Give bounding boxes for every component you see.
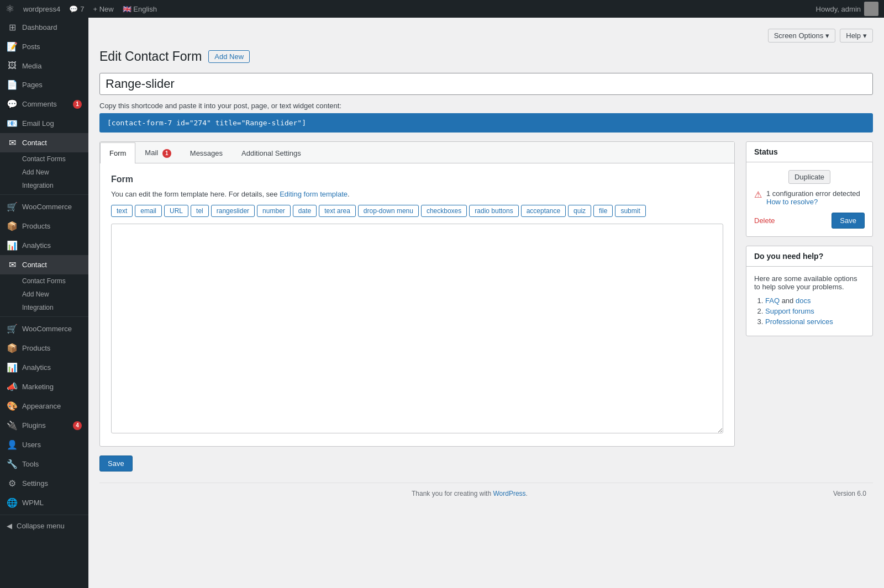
side-column: Status Duplicate ⚠ 1 configuration error… — [746, 141, 873, 472]
sidebar-item-posts[interactable]: 📝 Posts — [0, 37, 88, 56]
sidebar: ⊞ Dashboard 📝 Posts 🖼 Media 📄 Pages 💬 Co… — [0, 18, 88, 588]
tag-btn-email[interactable]: email — [135, 205, 162, 217]
add-new-button[interactable]: Add New — [208, 50, 250, 63]
avatar[interactable] — [864, 2, 878, 16]
tab-messages[interactable]: Messages — [181, 142, 232, 163]
tab-additional-settings[interactable]: Additional Settings — [232, 142, 311, 163]
site-name[interactable]: wordpress4 — [23, 5, 60, 13]
form-name-input[interactable] — [99, 73, 873, 95]
divider-3 — [0, 515, 88, 515]
tag-btn-submit[interactable]: submit — [615, 205, 645, 217]
mail-error-badge: 1 — [162, 149, 171, 158]
sidebar-item-integration[interactable]: Integration — [0, 179, 88, 192]
sidebar-item-wpml[interactable]: 🌐 WPML — [0, 493, 88, 512]
sidebar-item-products2[interactable]: 📦 Products — [0, 338, 88, 358]
sidebar-item-analytics[interactable]: 📊 Analytics — [0, 236, 88, 255]
tag-btn-radio[interactable]: radio buttons — [469, 205, 518, 217]
comments-badge: 1 — [73, 100, 82, 109]
sidebar-item-add-new[interactable]: Add New — [0, 166, 88, 179]
sidebar-item-dashboard[interactable]: ⊞ Dashboard — [0, 18, 88, 37]
sidebar-item-label: Contact — [22, 139, 47, 147]
delete-link[interactable]: Delete — [754, 216, 775, 225]
tag-btn-file[interactable]: file — [593, 205, 613, 217]
tools-icon: 🔧 — [7, 459, 18, 469]
tag-btn-textarea[interactable]: text area — [319, 205, 356, 217]
shortcode-box[interactable]: [contact-form-7 id="274" title="Range-sl… — [99, 113, 873, 133]
status-error-wrap: ⚠ 1 configuration error detected How to … — [754, 189, 865, 206]
help-description: Here are some available options to help … — [754, 274, 865, 291]
help-button[interactable]: Help ▾ — [840, 29, 873, 43]
sidebar-item-contact-forms[interactable]: Contact Forms — [0, 152, 88, 166]
tag-btn-rangeslider[interactable]: rangeslider — [211, 205, 255, 217]
save-button[interactable]: Save — [832, 213, 865, 229]
sidebar-item-add-new2[interactable]: Add New — [0, 288, 88, 301]
tag-btn-acceptance[interactable]: acceptance — [521, 205, 566, 217]
how-to-resolve-link[interactable]: How to resolve? — [766, 198, 818, 206]
sidebar-item-label: Media — [22, 62, 41, 70]
howdy-text: Howdy, admin — [816, 5, 861, 13]
help-links-list: FAQ and docs Support forums Professional… — [754, 296, 865, 326]
wpml-icon: 🌐 — [7, 497, 18, 508]
sidebar-item-emaillog[interactable]: 📧 Email Log — [0, 114, 88, 133]
analytics2-icon: 📊 — [7, 362, 18, 373]
comments-count-bar[interactable]: 💬 7 — [69, 5, 84, 13]
tab-form[interactable]: Form — [100, 142, 135, 163]
collapse-menu-button[interactable]: ◀ Collapse menu — [0, 517, 88, 534]
sidebar-item-woocommerce2[interactable]: 🛒 WooCommerce — [0, 319, 88, 338]
dashboard-icon: ⊞ — [7, 22, 18, 33]
professional-services-link[interactable]: Professional services — [765, 317, 833, 326]
sidebar-item-tools[interactable]: 🔧 Tools — [0, 454, 88, 474]
sidebar-item-label: WPML — [22, 499, 44, 507]
products-icon: 📦 — [7, 221, 18, 231]
wp-logo-icon: ⚛ — [6, 3, 14, 15]
duplicate-button[interactable]: Duplicate — [788, 170, 830, 184]
footer-thanks: Thank you for creating with — [412, 490, 491, 497]
tag-btn-dropdown[interactable]: drop-down menu — [358, 205, 419, 217]
docs-link[interactable]: docs — [796, 296, 811, 305]
sidebar-item-label: Posts — [22, 43, 40, 51]
help-panel: Do you need help? Here are some availabl… — [746, 246, 873, 336]
sidebar-item-comments[interactable]: 💬 Comments 1 — [0, 94, 88, 114]
sidebar-item-contact[interactable]: ✉ Contact — [0, 133, 88, 152]
faq-link[interactable]: FAQ — [765, 296, 780, 305]
sidebar-item-appearance[interactable]: 🎨 Appearance — [0, 396, 88, 416]
wordpress-link[interactable]: WordPress — [493, 490, 525, 497]
tag-btn-date[interactable]: date — [293, 205, 317, 217]
sidebar-item-label: Analytics — [22, 241, 51, 250]
editing-form-template-link[interactable]: Editing form template — [280, 190, 348, 198]
sidebar-item-products[interactable]: 📦 Products — [0, 216, 88, 236]
language-switcher[interactable]: 🇬🇧 English — [123, 5, 157, 13]
tag-btn-tel[interactable]: tel — [191, 205, 209, 217]
sidebar-item-integration2[interactable]: Integration — [0, 301, 88, 314]
tag-btn-url[interactable]: URL — [164, 205, 188, 217]
sidebar-item-contact2[interactable]: ✉ Contact — [0, 255, 88, 274]
sidebar-item-woocommerce[interactable]: 🛒 WooCommerce — [0, 197, 88, 216]
admin-bar: ⚛ wordpress4 💬 7 + New 🇬🇧 English Howdy,… — [0, 0, 884, 18]
screen-options-button[interactable]: Screen Options ▾ — [768, 29, 836, 43]
form-template-textarea[interactable] — [111, 224, 723, 433]
sidebar-item-media[interactable]: 🖼 Media — [0, 56, 88, 75]
sidebar-item-pages[interactable]: 📄 Pages — [0, 75, 88, 94]
plugins-badge: 4 — [73, 421, 82, 430]
sidebar-item-label: WooCommerce — [22, 325, 72, 333]
tag-btn-checkboxes[interactable]: checkboxes — [421, 205, 467, 217]
tab-mail[interactable]: Mail 1 — [135, 142, 180, 163]
tag-btn-number[interactable]: number — [257, 205, 291, 217]
sidebar-item-analytics2[interactable]: 📊 Analytics — [0, 358, 88, 377]
sidebar-item-label: Analytics — [22, 363, 51, 372]
bottom-save-button[interactable]: Save — [99, 455, 133, 472]
sidebar-item-marketing[interactable]: 📣 Marketing — [0, 377, 88, 396]
sidebar-item-plugins[interactable]: 🔌 Plugins 4 — [0, 416, 88, 435]
sidebar-item-contact-forms2[interactable]: Contact Forms — [0, 274, 88, 288]
sidebar-item-label: Comments — [22, 100, 57, 108]
tab-wrap: Form Mail 1 Messages Additional Settings… — [99, 141, 735, 447]
tag-btn-text[interactable]: text — [111, 205, 133, 217]
contact-icon: ✉ — [7, 137, 18, 148]
posts-icon: 📝 — [7, 41, 18, 52]
chevron-down-icon-help: ▾ — [863, 31, 867, 40]
sidebar-item-settings[interactable]: ⚙ Settings — [0, 474, 88, 493]
support-forums-link[interactable]: Support forums — [765, 307, 814, 315]
new-content-bar[interactable]: + New — [93, 5, 113, 13]
sidebar-item-users[interactable]: 👤 Users — [0, 435, 88, 454]
tag-btn-quiz[interactable]: quiz — [568, 205, 591, 217]
